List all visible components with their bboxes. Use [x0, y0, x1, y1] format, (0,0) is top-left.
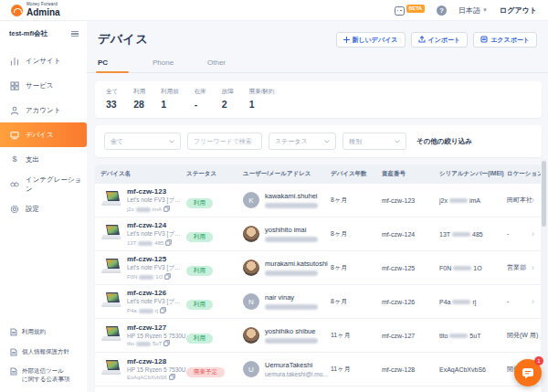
- sidebar-collapse-icon[interactable]: [71, 31, 79, 37]
- status-badge: 利用: [186, 266, 213, 277]
- button-label: エクスポート: [490, 36, 530, 45]
- status-select[interactable]: ステータス: [269, 132, 336, 150]
- status-badge: 廃棄予定: [186, 367, 225, 378]
- sidebar-item-settings[interactable]: 設定: [0, 196, 87, 221]
- serial-prefix: P4a: [439, 299, 450, 305]
- row-chevron-icon[interactable]: ›: [532, 229, 534, 238]
- stat-2[interactable]: 利用前1: [161, 88, 179, 110]
- scrollbar-thumb[interactable]: [542, 161, 546, 227]
- table-row[interactable]: mf-czw-128HP 15 Ryzen 5 7530UExAqACbXvbS…: [95, 353, 542, 387]
- copy-icon[interactable]: [164, 273, 171, 281]
- device-model: Let's note FV3 [ブラック&: [127, 230, 186, 238]
- status-cell: 利用: [186, 226, 243, 242]
- redacted-text: [449, 334, 468, 338]
- keyword-search-input[interactable]: フリーワードで検索: [187, 132, 262, 150]
- tab-other[interactable]: Other: [207, 55, 262, 72]
- copy-icon[interactable]: [160, 307, 166, 314]
- tab-phone[interactable]: Phone: [153, 55, 207, 72]
- location-cell: -: [507, 297, 542, 305]
- redacted-email: [265, 237, 318, 242]
- stat-3[interactable]: 在庫-: [195, 88, 206, 110]
- stat-1[interactable]: 利用28: [133, 88, 145, 110]
- import-button[interactable]: インポート: [411, 32, 469, 48]
- user-text: nair vinay: [265, 293, 329, 310]
- device-table: デバイス名ステータスユーザー/メールアドレスデバイス年数資産番号シリアルナンバー…: [95, 164, 542, 392]
- serial-suffix: 5uT: [469, 333, 480, 339]
- table-row[interactable]: mf-czw-123Let's note FV3 [ブラック&j2ximA利用K…: [95, 184, 542, 217]
- copy-icon[interactable]: [165, 239, 172, 247]
- more-filters-link[interactable]: その他の絞り込み: [416, 137, 472, 146]
- laptop-icon: [100, 291, 121, 313]
- row-chevron-icon[interactable]: ›: [532, 331, 534, 340]
- serial-prefix: 13T: [127, 240, 136, 246]
- column-header-3: デバイス年数: [331, 170, 382, 178]
- status-badge: 利用: [186, 232, 213, 243]
- avatar: N: [243, 293, 259, 310]
- company-name: test-mfi会社: [9, 29, 47, 38]
- app-root: Money Forward Admina BETA ? 日本語 ▼ ログアウト …: [0, 0, 548, 392]
- footer-link-2[interactable]: 外部送信ツール に関する公表事項: [10, 367, 87, 384]
- chevron-down-icon: [324, 140, 330, 143]
- stat-5[interactable]: 廃棄/解約1: [249, 88, 275, 110]
- serial-prefix: j2x: [127, 207, 134, 212]
- logout-button[interactable]: ログアウト: [500, 5, 537, 16]
- device-model: Let's note FV3 [ブラック&: [127, 264, 186, 272]
- chat-fab-button[interactable]: 1: [514, 359, 542, 387]
- column-header-6: ロケーション: [507, 170, 542, 178]
- sidebar-item-expense[interactable]: $支出: [0, 147, 87, 172]
- help-icon[interactable]: ?: [437, 5, 447, 16]
- serial-suffix: 5uT: [153, 341, 162, 346]
- new-device-button[interactable]: 新しいデバイス: [336, 32, 406, 48]
- status-select-value: ステータス: [275, 137, 308, 146]
- user-name: yoshihiko shibue: [265, 327, 329, 335]
- footer-link-0[interactable]: 利用規約: [10, 328, 87, 339]
- sidebar-nav: インサイトサービスアカウントデバイス$支出インテグレーション設定: [0, 48, 87, 221]
- chevron-down-icon: [395, 140, 400, 143]
- table-row[interactable]: mf-czw-124Let's note FV3 [ブラック&13T485利用y…: [95, 217, 542, 251]
- table-row[interactable]: mf-czw-126Let's note FV3 [ブラック&P4arj利用Nn…: [95, 285, 542, 319]
- asset-number-cell: mf-czw-127: [382, 333, 439, 339]
- table-row[interactable]: mf-czw-127HP 15 Ryzen 5 7530Utlto5uT利用yo…: [95, 319, 542, 353]
- redacted-text: [452, 232, 470, 237]
- chat-icon: [522, 367, 534, 379]
- tab-pc[interactable]: PC: [98, 55, 153, 72]
- sidebar-item-account[interactable]: アカウント: [0, 98, 87, 122]
- device-cell: mf-czw-124Let's note FV3 [ブラック&13T485: [95, 221, 186, 247]
- row-chevron-icon[interactable]: ›: [532, 263, 534, 272]
- device-age-cell: 11ヶ月: [331, 365, 382, 374]
- status-cell: 利用: [186, 192, 243, 208]
- redacted-text: [449, 198, 468, 203]
- serial-prefix: j2x: [439, 197, 448, 204]
- beta-badge: BETA: [406, 5, 426, 13]
- sidebar-item-integration[interactable]: インテグレーション: [0, 172, 87, 196]
- copy-icon[interactable]: [163, 206, 170, 213]
- language-selector[interactable]: 日本語 ▼: [458, 5, 488, 16]
- copy-icon[interactable]: [163, 340, 170, 347]
- asset-number-cell: mf-czw-124: [382, 231, 439, 238]
- stat-0[interactable]: 全て33: [106, 88, 118, 110]
- footer-link-1[interactable]: 個人情報保護方針: [10, 348, 87, 359]
- import-icon: [418, 36, 426, 44]
- export-button[interactable]: エクスポート: [473, 32, 537, 48]
- sidebar-item-device[interactable]: デバイス: [0, 122, 87, 147]
- stat-4[interactable]: 故障2: [222, 88, 234, 110]
- copy-icon[interactable]: [169, 374, 175, 381]
- column-header-2: ユーザー/メールアドレス: [243, 170, 331, 178]
- sidebar-item-insight[interactable]: インサイト: [0, 48, 87, 73]
- sidebar-item-label: 設定: [26, 205, 39, 214]
- sidebar-item-service[interactable]: サービス: [0, 73, 87, 98]
- row-chevron-icon[interactable]: ›: [532, 196, 534, 205]
- laptop-icon: [100, 224, 121, 245]
- row-chevron-icon[interactable]: ›: [532, 297, 534, 306]
- table-row[interactable]: mf-czw-125Let's note FV3 [ブラック&F0N1O利用mu…: [95, 251, 542, 285]
- redacted-text: [452, 300, 470, 304]
- table-row[interactable]: mf-czw-129›: [95, 387, 542, 392]
- top-bar: Money Forward Admina BETA ? 日本語 ▼ ログアウト: [0, 0, 548, 21]
- footer-link-label: 外部送信ツール に関する公表事項: [22, 367, 69, 384]
- status-badge: 利用: [186, 198, 213, 209]
- type-select[interactable]: 種別: [342, 132, 406, 150]
- serial-cell: 13T485: [439, 231, 507, 238]
- scope-select[interactable]: 全て: [104, 132, 181, 150]
- ai-assistant-button[interactable]: BETA: [395, 5, 426, 16]
- redacted-text: [453, 266, 471, 270]
